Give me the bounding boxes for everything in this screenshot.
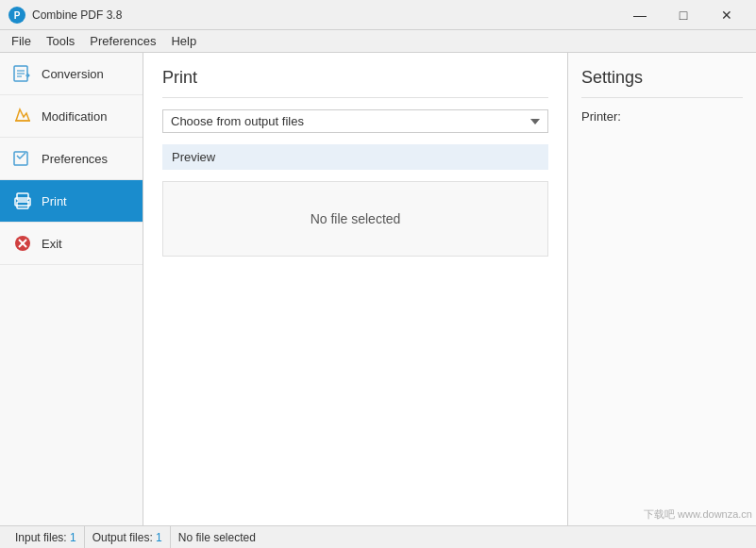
- input-files-label: Input files:: [15, 531, 67, 544]
- sidebar-label-conversion: Conversion: [42, 67, 104, 81]
- preview-label: Preview: [162, 144, 548, 170]
- sidebar-label-exit: Exit: [42, 237, 62, 251]
- menu-tools[interactable]: Tools: [39, 32, 82, 50]
- content-area: Print Choose from output files Preview N…: [143, 53, 567, 525]
- dropdown-row: Choose from output files: [162, 109, 548, 133]
- conversion-icon: [11, 62, 34, 85]
- svg-rect-8: [17, 193, 28, 200]
- status-no-file-text: No file selected: [178, 531, 256, 544]
- exit-icon: [11, 232, 34, 255]
- printer-label: Printer:: [581, 109, 743, 124]
- sidebar-item-conversion[interactable]: Conversion: [0, 53, 143, 95]
- no-file-text: No file selected: [311, 211, 401, 226]
- app-icon: P: [8, 6, 26, 25]
- menu-preferences[interactable]: Preferences: [82, 32, 163, 50]
- main-layout: Conversion Modification Preferences: [0, 53, 756, 525]
- status-bar: Input files: 1 Output files: 1 No file s…: [0, 525, 756, 548]
- sidebar-item-print[interactable]: Print: [0, 180, 143, 223]
- settings-title: Settings: [581, 68, 743, 98]
- status-no-file: No file selected: [171, 526, 263, 548]
- sidebar: Conversion Modification Preferences: [0, 53, 143, 525]
- input-files-count: 1: [70, 531, 76, 544]
- preferences-icon: [11, 147, 34, 170]
- minimize-button[interactable]: —: [618, 0, 662, 30]
- maximize-button[interactable]: □: [662, 0, 705, 30]
- sidebar-item-modification[interactable]: Modification: [0, 95, 143, 138]
- close-button[interactable]: ✕: [705, 0, 748, 30]
- output-files-label: Output files:: [92, 531, 153, 544]
- sidebar-label-preferences: Preferences: [42, 152, 108, 166]
- window-controls: — □ ✕: [618, 0, 748, 30]
- svg-text:P: P: [14, 10, 21, 21]
- settings-panel: Settings Printer:: [567, 53, 756, 525]
- menu-help[interactable]: Help: [163, 32, 204, 50]
- input-files-segment: Input files: 1: [8, 526, 85, 548]
- menu-file[interactable]: File: [4, 32, 39, 50]
- title-bar: P Combine PDF 3.8 — □ ✕: [0, 0, 756, 30]
- print-icon: [11, 190, 34, 212]
- output-files-segment: Output files: 1: [85, 526, 171, 548]
- sidebar-label-print: Print: [42, 194, 67, 208]
- output-files-dropdown[interactable]: Choose from output files: [162, 109, 548, 133]
- print-area: Print Choose from output files Preview N…: [143, 53, 567, 525]
- print-title: Print: [162, 68, 548, 98]
- sidebar-item-preferences[interactable]: Preferences: [0, 138, 143, 180]
- svg-point-11: [27, 201, 29, 203]
- sidebar-label-modification: Modification: [42, 109, 107, 124]
- output-files-count: 1: [156, 531, 162, 544]
- window-title: Combine PDF 3.8: [32, 8, 618, 22]
- menu-bar: File Tools Preferences Help: [0, 30, 756, 53]
- modification-icon: [11, 105, 34, 127]
- sidebar-item-exit[interactable]: Exit: [0, 223, 143, 265]
- preview-area: No file selected: [162, 181, 548, 257]
